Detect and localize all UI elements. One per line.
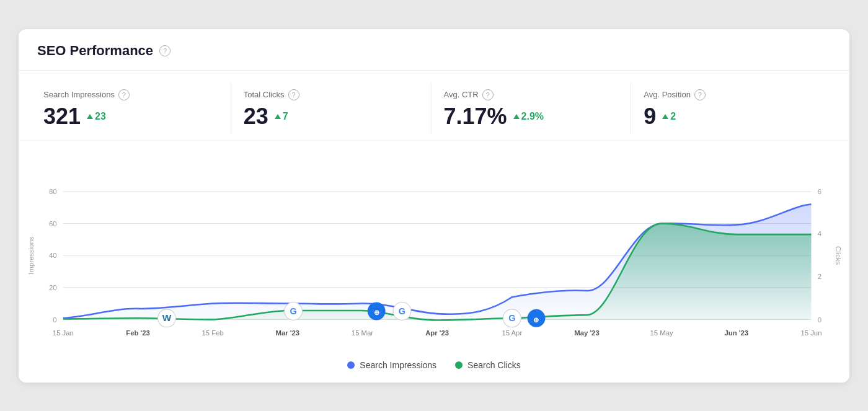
seo-performance-card: SEO Performance ? Search Impressions ? 3… [19, 29, 849, 382]
svg-text:May '23: May '23 [574, 329, 599, 337]
ctr-change: 2.9% [513, 111, 544, 122]
metric-label-clicks: Total Clicks ? [244, 89, 418, 100]
header-help-icon[interactable]: ? [159, 45, 170, 56]
svg-text:40: 40 [49, 252, 57, 259]
impressions-value: 321 [43, 105, 81, 128]
svg-text:15 Jan: 15 Jan [53, 329, 74, 337]
position-value: 9 [644, 105, 656, 128]
svg-text:0: 0 [53, 316, 56, 323]
metric-avg-ctr: Avg. CTR ? 7.17% 2.9% [432, 83, 632, 134]
svg-text:W: W [162, 312, 172, 323]
svg-text:⊕: ⊕ [534, 316, 539, 323]
main-chart-svg: 0 20 40 60 80 0 2 4 6 Impressions Clicks… [25, 153, 843, 351]
ctr-value: 7.17% [444, 105, 507, 128]
metrics-row: Search Impressions ? 321 23 Total Clicks… [19, 71, 849, 141]
svg-text:15 Jun: 15 Jun [800, 329, 822, 337]
legend-impressions: Search Impressions [347, 360, 436, 370]
svg-text:Clicks: Clicks [835, 246, 842, 265]
svg-text:G: G [399, 306, 405, 316]
svg-text:⊕: ⊕ [374, 309, 379, 316]
svg-text:20: 20 [49, 283, 57, 291]
legend-clicks: Search Clicks [455, 360, 521, 370]
svg-text:G: G [508, 313, 515, 323]
clicks-legend-dot [455, 361, 463, 369]
clicks-legend-label: Search Clicks [467, 360, 521, 370]
metric-label-ctr: Avg. CTR ? [444, 89, 619, 100]
svg-text:15 Apr: 15 Apr [502, 329, 522, 337]
impressions-arrow-icon [87, 114, 93, 119]
svg-text:Impressions: Impressions [27, 236, 35, 274]
svg-text:Mar '23: Mar '23 [276, 329, 300, 337]
metric-search-impressions: Search Impressions ? 321 23 [37, 83, 231, 134]
clicks-change: 7 [275, 111, 288, 122]
svg-text:4: 4 [818, 230, 822, 237]
clicks-help-icon[interactable]: ? [288, 89, 299, 100]
svg-text:0: 0 [818, 316, 822, 323]
clicks-arrow-icon [275, 114, 281, 119]
svg-text:Feb '23: Feb '23 [126, 329, 150, 337]
card-header: SEO Performance ? [19, 29, 849, 71]
impressions-legend-dot [347, 361, 355, 369]
chart-legend: Search Impressions Search Clicks [25, 351, 843, 376]
impressions-legend-label: Search Impressions [360, 360, 436, 370]
metric-label-impressions: Search Impressions ? [43, 89, 218, 100]
chart-container: 0 20 40 60 80 0 2 4 6 Impressions Clicks… [25, 153, 843, 351]
svg-text:Jun '23: Jun '23 [724, 329, 748, 337]
svg-text:G: G [290, 306, 297, 316]
clicks-value: 23 [244, 105, 268, 128]
svg-text:60: 60 [49, 219, 57, 227]
svg-text:15 May: 15 May [650, 329, 673, 337]
metric-avg-position: Avg. Position ? 9 2 [631, 83, 831, 134]
metric-total-clicks: Total Clicks ? 23 7 [231, 83, 432, 134]
impressions-help-icon[interactable]: ? [118, 89, 130, 100]
metric-label-position: Avg. Position ? [644, 89, 818, 100]
page-title: SEO Performance [37, 43, 153, 59]
svg-text:6: 6 [818, 188, 822, 195]
svg-text:80: 80 [49, 188, 57, 195]
ctr-arrow-icon [513, 114, 520, 119]
svg-text:15 Mar: 15 Mar [352, 329, 373, 337]
svg-text:Apr '23: Apr '23 [425, 329, 449, 337]
svg-text:2: 2 [818, 273, 822, 280]
position-help-icon[interactable]: ? [694, 89, 706, 100]
impressions-change: 23 [87, 111, 106, 122]
ctr-help-icon[interactable]: ? [482, 89, 494, 100]
position-arrow-icon [662, 114, 668, 119]
svg-text:15 Feb: 15 Feb [202, 329, 224, 337]
chart-area: 0 20 40 60 80 0 2 4 6 Impressions Clicks… [19, 141, 849, 382]
position-change: 2 [662, 111, 676, 122]
